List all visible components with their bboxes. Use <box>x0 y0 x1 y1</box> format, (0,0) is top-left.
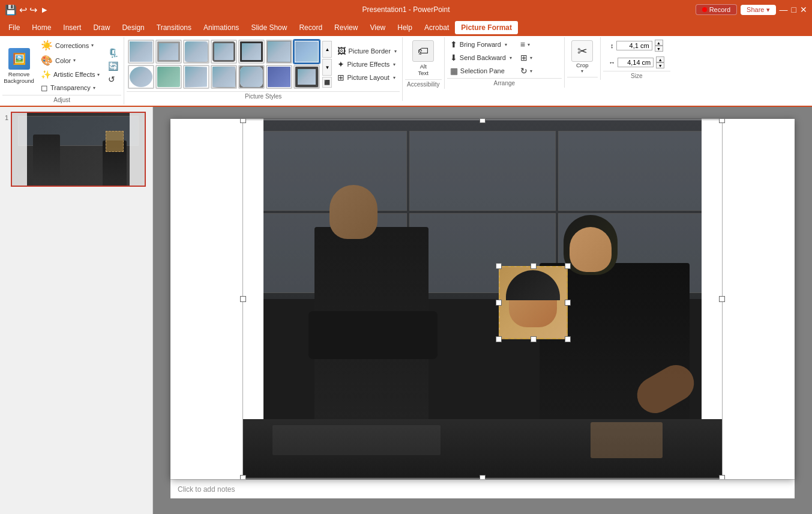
style-2[interactable] <box>155 40 182 64</box>
width-spinner: ▲ ▼ <box>656 56 664 68</box>
menu-slideshow[interactable]: Slide Show <box>245 21 293 34</box>
style-7[interactable] <box>293 40 320 64</box>
slide-thumbnail[interactable] <box>11 112 146 187</box>
save-icon[interactable]: 💾 <box>5 4 17 16</box>
undo-icon[interactable]: ↩ <box>19 4 27 16</box>
width-input[interactable] <box>618 58 654 67</box>
style-11[interactable] <box>211 65 237 89</box>
maximize-icon[interactable]: □ <box>792 5 796 14</box>
picture-border-button[interactable]: 🖼 Picture Border ▾ <box>334 45 399 57</box>
height-input[interactable] <box>616 41 652 50</box>
crop-button[interactable]: ✂ Crop ▾ <box>568 38 597 76</box>
width-up[interactable]: ▲ <box>656 56 664 62</box>
picture-layout-button[interactable]: ⊞ Picture Layout ▾ <box>334 71 399 83</box>
rotate-button[interactable]: ↻ ▾ <box>517 65 535 77</box>
group-button[interactable]: ⊞ ▾ <box>517 52 535 64</box>
artistic-effects-button[interactable]: ✨ Artistic Effects ▾ <box>38 68 103 80</box>
slide-canvas[interactable] <box>170 119 795 479</box>
artistic-label: Artistic Effects <box>53 71 95 78</box>
record-dot <box>702 7 707 12</box>
face-inset-container[interactable] <box>499 266 568 339</box>
record-button[interactable]: Record <box>696 4 737 15</box>
menu-review[interactable]: Review <box>328 21 364 34</box>
reset-picture-button[interactable]: ↺ <box>105 73 121 85</box>
menu-record[interactable]: Record <box>293 21 328 34</box>
present-icon[interactable]: ▶ <box>42 6 47 14</box>
menu-home[interactable]: Home <box>26 21 57 34</box>
align-button[interactable]: ≡ ▾ <box>517 38 535 50</box>
style-3[interactable] <box>183 40 209 64</box>
color-button[interactable]: 🎨 Color ▾ <box>38 53 103 67</box>
minimize-icon[interactable]: — <box>780 5 788 14</box>
style-5[interactable] <box>238 40 265 64</box>
transparency-button[interactable]: ◻ Transparency ▾ <box>38 82 103 94</box>
notes-bar[interactable]: Click to add notes <box>170 479 795 498</box>
layout-chevron: ▾ <box>393 75 395 80</box>
height-down[interactable]: ▼ <box>655 46 663 52</box>
artistic-icon: ✨ <box>41 70 51 79</box>
menu-acrobat[interactable]: Acrobat <box>418 21 455 34</box>
redo-icon[interactable]: ↪ <box>29 4 37 16</box>
menu-help[interactable]: Help <box>391 21 418 34</box>
handle-bl[interactable] <box>496 336 502 342</box>
style-8[interactable] <box>128 65 154 89</box>
handle-br[interactable] <box>565 336 571 342</box>
bring-forward-chevron: ▾ <box>505 42 507 47</box>
style-9[interactable] <box>155 65 182 89</box>
handle-tr[interactable] <box>565 263 571 269</box>
width-down[interactable]: ▼ <box>656 62 664 68</box>
menu-transitions[interactable]: Transitions <box>151 21 197 34</box>
notes-placeholder: Click to add notes <box>178 485 235 494</box>
height-spinner: ▲ ▼ <box>655 40 663 52</box>
menu-view[interactable]: View <box>364 21 391 34</box>
accessibility-label: Accessibility <box>405 79 442 88</box>
close-icon[interactable]: ✕ <box>800 5 807 14</box>
style-6[interactable] <box>266 40 292 64</box>
size-label: Size <box>603 71 670 79</box>
alt-text-button[interactable]: 🏷 AltText <box>409 38 438 78</box>
selection-pane-icon: ▦ <box>450 66 458 76</box>
height-up[interactable]: ▲ <box>655 40 663 46</box>
crop-icon: ✂ <box>571 40 593 62</box>
handle-tm[interactable] <box>531 263 537 269</box>
picture-effects-button[interactable]: ✦ Picture Effects ▾ <box>334 58 399 70</box>
handle-ml[interactable] <box>496 300 502 306</box>
change-picture-button[interactable]: 🔄 <box>105 60 121 72</box>
width-icon: ↔ <box>609 59 615 66</box>
remove-background-button[interactable]: 🖼️ RemoveBackground <box>2 46 35 86</box>
canvas-area[interactable]: Click to add notes <box>153 107 812 514</box>
gallery-scroll-down[interactable]: ▼ <box>322 59 332 76</box>
group-chevron: ▾ <box>530 55 532 61</box>
share-button[interactable]: Share ▾ <box>741 5 775 15</box>
style-1[interactable] <box>128 40 154 64</box>
style-10[interactable] <box>183 65 209 89</box>
handle-mr[interactable] <box>565 300 571 306</box>
menu-draw[interactable]: Draw <box>87 21 116 34</box>
menu-insert[interactable]: Insert <box>57 21 87 34</box>
bring-forward-icon: ⬆ <box>450 40 457 49</box>
menu-animations[interactable]: Animations <box>197 21 245 34</box>
handle-bm[interactable] <box>531 336 537 342</box>
style-4[interactable] <box>211 40 237 64</box>
gallery-expand[interactable]: ⬛ <box>322 77 332 88</box>
compress-icon: 🗜️ <box>108 48 118 58</box>
crop-group: ✂ Crop ▾ <box>565 37 601 80</box>
style-13[interactable] <box>266 65 292 89</box>
adjust-label: Adjust <box>2 95 121 103</box>
styles-gallery: ▲ ▼ ⬛ <box>127 38 332 90</box>
handle-tl[interactable] <box>496 263 502 269</box>
menu-picture-format[interactable]: Picture Format <box>455 21 518 34</box>
compress-pictures-button[interactable]: 🗜️ <box>105 47 121 59</box>
gallery-scroll-up[interactable]: ▲ <box>322 41 332 58</box>
face-inset-image <box>499 266 568 339</box>
bring-forward-button[interactable]: ⬆ Bring Forward ▾ <box>447 38 515 50</box>
style-12[interactable] <box>238 65 265 89</box>
transparency-chevron: ▾ <box>93 85 95 91</box>
style-14[interactable] <box>293 65 320 89</box>
send-backward-button[interactable]: ⬇ Send Backward ▾ <box>447 52 515 64</box>
menu-design[interactable]: Design <box>116 21 150 34</box>
corrections-button[interactable]: ☀️ Corrections ▾ <box>38 38 103 52</box>
selection-pane-button[interactable]: ▦ Selection Pane <box>447 65 515 77</box>
change-picture-icon: 🔄 <box>108 61 118 71</box>
menu-file[interactable]: File <box>2 21 26 34</box>
